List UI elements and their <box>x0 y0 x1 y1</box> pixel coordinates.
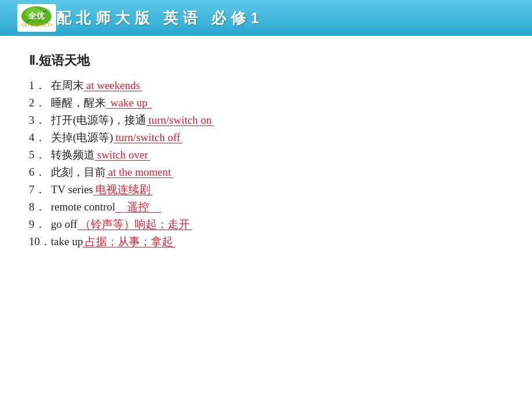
item-answer: at the moment <box>106 167 173 178</box>
list-item: 5．转换频道switch over <box>29 149 503 161</box>
item-number: 7． <box>29 184 51 195</box>
header-title: 配北师大版 英语 必修1 <box>56 8 264 28</box>
item-answer: turn/switch on <box>146 114 214 126</box>
item-number: 10． <box>29 236 51 247</box>
section-title: Ⅱ.短语天地 <box>29 52 503 69</box>
item-answer: 占据；从事；拿起 <box>83 236 175 247</box>
item-chinese: take up <box>51 236 83 247</box>
item-number: 4． <box>29 132 51 143</box>
svg-text:QUANYOU KETANG: QUANYOU KETANG <box>21 22 53 28</box>
item-chinese: 打开(电源等)，接通 <box>51 114 146 125</box>
logo-container: 全优 QUANYOU KETANG <box>17 4 56 32</box>
item-chinese: go off <box>51 219 77 230</box>
list-item: 10．take up占据；从事；拿起 <box>29 236 503 247</box>
item-number: 9． <box>29 219 51 230</box>
main-content: Ⅱ.短语天地 1．在周末at weekends2．睡醒，醒来wake up3．打… <box>0 36 532 265</box>
item-chinese: TV series <box>51 184 93 195</box>
item-chinese: remote control <box>51 201 115 212</box>
item-answer: switch over <box>95 149 150 161</box>
list-item: 7．TV series电视连续剧 <box>29 184 503 195</box>
logo-icon: 全优 QUANYOU KETANG <box>21 6 53 30</box>
item-number: 3． <box>29 114 51 125</box>
item-answer: （铃声等）响起；走开 <box>77 219 192 230</box>
item-number: 1． <box>29 80 51 91</box>
svg-text:全优: 全优 <box>28 11 45 20</box>
item-answer: at weekends <box>84 80 142 91</box>
list-item: 1．在周末at weekends <box>29 80 503 91</box>
item-chinese: 在周末 <box>51 80 84 91</box>
item-answer: 电视连续剧 <box>93 184 153 195</box>
logo-wrapper: 全优 QUANYOU KETANG <box>21 6 53 30</box>
item-number: 8． <box>29 201 51 212</box>
item-chinese: 转换频道 <box>51 149 95 160</box>
item-answer: 遥控 <box>115 201 161 213</box>
item-chinese: 此刻，目前 <box>51 167 106 178</box>
item-number: 6． <box>29 167 51 178</box>
phrase-list: 1．在周末at weekends2．睡醒，醒来wake up3．打开(电源等)，… <box>29 80 503 247</box>
item-number: 2． <box>29 97 51 108</box>
list-item: 6．此刻，目前at the moment <box>29 167 503 178</box>
list-item: 2．睡醒，醒来wake up <box>29 97 503 109</box>
header: 全优 QUANYOU KETANG 配北师大版 英语 必修1 <box>0 0 532 36</box>
list-item: 8．remote control遥控 <box>29 201 503 213</box>
item-chinese: 睡醒，醒来 <box>51 97 106 108</box>
item-number: 5． <box>29 149 51 160</box>
list-item: 4．关掉(电源等)turn/switch off <box>29 132 503 143</box>
list-item: 3．打开(电源等)，接通turn/switch on <box>29 114 503 126</box>
item-answer: wake up <box>106 97 152 109</box>
item-chinese: 关掉(电源等) <box>51 132 113 143</box>
list-item: 9．go off（铃声等）响起；走开 <box>29 219 503 230</box>
item-answer: turn/switch off <box>113 132 183 143</box>
